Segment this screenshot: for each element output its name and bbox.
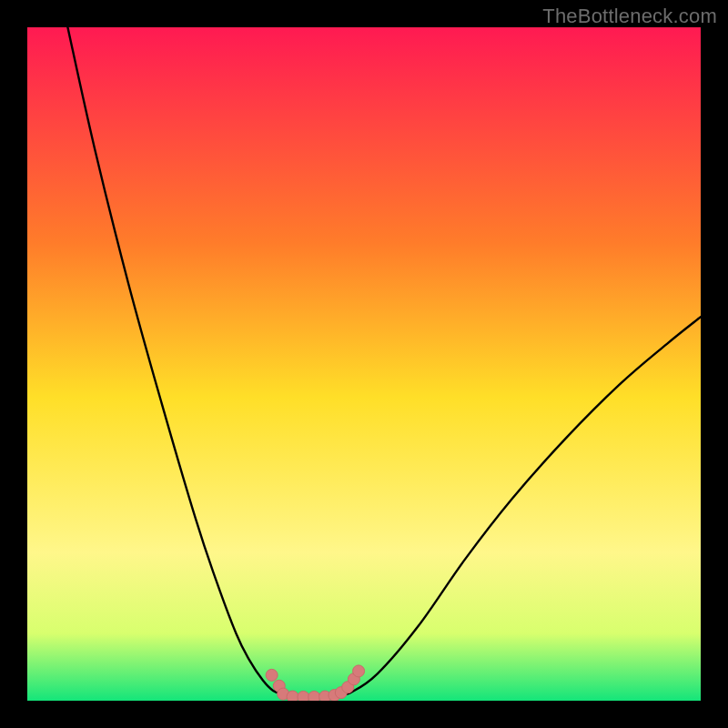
valley-marker-4	[298, 691, 309, 701]
chart-plot-area	[27, 27, 701, 701]
chart-svg	[27, 27, 701, 701]
chart-background-gradient	[27, 27, 701, 701]
valley-marker-3	[287, 691, 298, 701]
watermark-text: TheBottleneck.com	[542, 5, 717, 28]
chart-frame: TheBottleneck.com	[0, 0, 728, 728]
valley-marker-0	[266, 669, 278, 681]
valley-marker-11	[353, 665, 365, 677]
valley-marker-5	[308, 691, 320, 701]
